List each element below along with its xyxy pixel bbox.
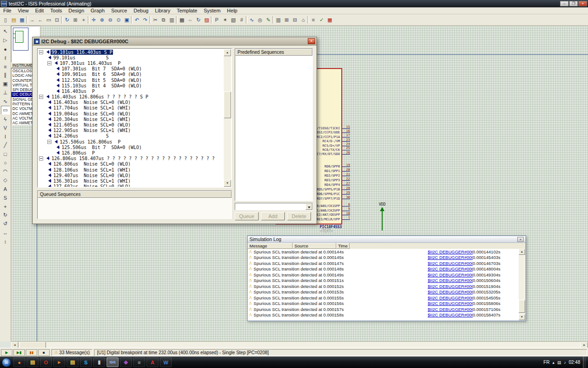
tree-row[interactable]: 107.301us 116.403us P [38,60,224,66]
open-folder-icon[interactable]: ▤ [10,16,18,24]
netlist-to-ares-icon[interactable]: ▦ [326,16,334,24]
menu-item[interactable]: Library [152,7,174,14]
log-row[interactable]: ⚠ Spurious SCL transition detected at 0.… [248,260,519,266]
start-button[interactable]: ⊞ [2,358,11,367]
generator-mode-icon[interactable]: ϟ [1,115,10,123]
bus-mode-icon[interactable]: ∥ [1,71,10,80]
chip-reference[interactable]: PIC18F4553 [320,225,342,229]
undo-icon[interactable]: ↶ [133,16,141,24]
block-move-icon[interactable]: ⇔ [186,16,194,24]
log-row[interactable]: ⚠ Spurious SCL transition detected at 0.… [248,295,519,301]
tree-row[interactable]: 122.905us Noise SCL=1 (WHI) [38,128,224,133]
subcircuit-mode-icon[interactable]: ▣ [1,80,10,88]
tree-row[interactable]: 107.301us Bit 7 SDA=0 (WLO) [38,66,224,72]
log-source-link[interactable]: $II2C DEBUGGER#000C [428,312,473,317]
log-row[interactable]: ⚠ Spurious SCL transition detected at 0.… [248,272,519,278]
log-row[interactable]: ⚠ Spurious SCL transition detected at 0.… [248,278,519,284]
zoom-in-icon[interactable]: ⊕ [98,16,106,24]
tree-row[interactable]: 99.101us S [38,55,224,60]
terminal-icon[interactable]: ▮ [93,357,105,367]
selection-mode-icon[interactable]: ↖ [1,27,10,36]
simulation-log-close-icon[interactable] [517,237,524,242]
log-row[interactable]: ⚠ Spurious SCL transition detected at 0.… [248,289,519,295]
tree-row[interactable]: 126.806us Noise SCL=0 (WLO) [38,161,224,167]
origin-icon[interactable]: + [79,16,88,24]
menu-item[interactable]: Graph [87,7,108,14]
simulation-log-window[interactable]: Simulation Log MessageSourceTime ⚠ Spuri… [247,236,526,321]
log-source-link[interactable]: $II2C DEBUGGER#000C [428,289,473,294]
terminal-mode-icon[interactable]: ⊥ [1,88,10,97]
tray-expand-icon[interactable]: ▴ [552,360,554,365]
network-icon[interactable]: ▤ [557,360,561,365]
menu-item[interactable]: Template [174,7,201,14]
block-copy-icon[interactable]: ▩ [178,16,186,24]
tree-row[interactable]: 112.502us Bit 5 SDA=0 (WLO) [38,77,224,83]
tree-row[interactable]: 129.407us Noise SCL=0 (WLO) [38,172,224,178]
paste-icon[interactable]: ▥ [168,16,176,24]
circle-2d-icon[interactable]: ○ [1,158,10,167]
chevron-down-icon[interactable] [305,203,312,210]
pan-icon[interactable]: ✛ [90,16,98,24]
mark-output-area-icon[interactable]: ⊡ [53,16,61,24]
log-source-link[interactable]: $II2C DEBUGGER#000C [428,295,473,300]
log-column-header[interactable]: Message [248,243,293,249]
vdd-power-terminal[interactable]: VDD [375,202,390,230]
new-file-icon[interactable]: ▯ [1,16,10,24]
message-count-panel[interactable]: ⚠ 33 Message(s) [51,349,92,356]
new-sheet-icon[interactable]: ⊞ [283,16,291,24]
zoom-all-icon[interactable]: ⊙ [114,16,123,24]
line-2d-icon[interactable]: ╱ [1,141,10,150]
play-button[interactable]: ▶ [1,349,12,356]
word-icon[interactable]: W [160,357,172,367]
menu-item[interactable]: Edit [32,7,47,14]
pick-parts-icon[interactable]: P [213,16,221,24]
tree-row[interactable]: 125.506us Bit 7 SDA=0 (WLO) [38,144,224,150]
wire-label-icon[interactable]: ℓ [1,53,10,62]
make-device-icon[interactable]: ✶ [221,16,229,24]
scroll-up-icon[interactable] [519,249,525,255]
tree-row[interactable]: 128.106us Noise SCL=1 (WHI) [38,167,224,172]
close-button[interactable] [578,1,587,6]
log-source-link[interactable]: $II2C DEBUGGER#000C [428,261,473,266]
log-row[interactable]: ⚠ Spurious SCL transition detected at 0.… [248,301,519,307]
tree-row[interactable]: 126.806us P [38,150,224,155]
log-source-link[interactable]: $II2C DEBUGGER#000C [428,266,473,271]
junction-dot-icon[interactable]: ● [1,45,10,53]
collapse-icon[interactable] [39,95,43,99]
i2c-debug-titlebar[interactable]: I2C Debug - $II2C DEBUGGER#000C [33,37,317,46]
documents-folder-icon[interactable]: ▤ [67,357,79,367]
import-icon[interactable]: → [28,16,36,24]
rotate-cw-icon[interactable]: ↻ [1,211,10,219]
path-2d-icon[interactable]: ◇ [1,176,10,184]
goto-sheet-icon[interactable]: ⌂ [299,16,307,24]
log-row[interactable]: ⚠ Spurious SCL transition detected at 0.… [248,255,519,261]
add-button[interactable]: Add [261,212,285,220]
decompose-icon[interactable]: # [237,16,246,24]
skype-icon[interactable]: S [80,357,92,367]
stop-button[interactable]: ■ [38,349,50,356]
tree-row[interactable]: 137.602us Noise SCL=0 (WLO) [38,184,224,187]
menu-item[interactable]: Help [224,7,241,14]
log-source-link[interactable]: $II2C DEBUGGER#000C [428,307,473,312]
folder-icon[interactable]: ▤ [27,357,39,367]
tree-row[interactable]: 120.304us Noise SCL=1 (WHI) [38,116,224,122]
tree-row[interactable]: 116.403us Noise SCL=0 (WLO) [38,100,224,105]
tree-row[interactable]: 99.101us 116.403us S P [38,49,224,55]
i2c-debug-window[interactable]: I2C Debug - $II2C DEBUGGER#000C 99.101us… [32,37,317,224]
log-row[interactable]: ⚠ Spurious SCL transition detected at 0.… [248,312,519,318]
queue-button[interactable]: Queue [235,212,259,220]
volume-icon[interactable]: ♪ [564,360,566,365]
save-icon[interactable]: ▦ [18,16,26,24]
mirror-x-icon[interactable]: ↔ [1,228,10,237]
zoom-out-icon[interactable]: ⊖ [106,16,114,24]
simulation-log-titlebar[interactable]: Simulation Log [248,236,526,243]
copy-icon[interactable]: ⧉ [159,16,168,24]
canvas-hscrollbar[interactable] [11,341,588,348]
clock[interactable]: 02:48 [569,360,580,365]
graph-mode-icon[interactable]: ∿ [1,97,10,106]
minimize-button[interactable] [560,1,569,6]
menu-item[interactable]: File [0,7,15,14]
collapse-icon[interactable] [47,61,51,65]
tree-row[interactable]: 116.403us 126.806us ? ? ? ? ? ? S P [38,94,224,100]
collapse-icon[interactable] [47,140,51,144]
